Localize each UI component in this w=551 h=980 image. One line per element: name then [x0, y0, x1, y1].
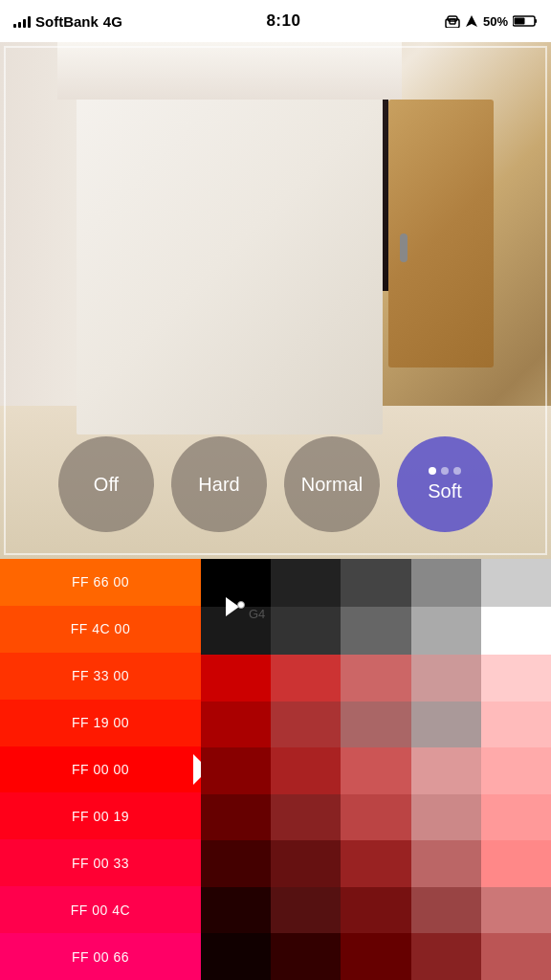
main-grid-cell-5-4[interactable]	[481, 887, 551, 934]
color-list-item-2[interactable]: FF 33 00	[0, 653, 201, 700]
color-grid-main	[201, 655, 551, 980]
main-grid-cell-0-3[interactable]	[411, 655, 481, 702]
blur-hard-button[interactable]: Hard	[171, 436, 267, 532]
main-grid-cell-6-1[interactable]	[271, 933, 341, 980]
blur-off-label: Off	[94, 474, 119, 496]
main-grid-cell-1-0[interactable]	[201, 702, 271, 748]
main-grid-cell-6-2[interactable]	[341, 933, 410, 980]
carrier-label: SoftBank	[35, 13, 99, 30]
blur-soft-dots	[429, 467, 461, 475]
main-grid-cell-4-0[interactable]	[201, 840, 271, 887]
main-grid-cell-5-1[interactable]	[271, 887, 341, 934]
main-grid-cell-0-0[interactable]	[201, 655, 271, 702]
svg-marker-3	[466, 15, 477, 27]
time-label: 8:10	[266, 11, 300, 31]
color-list-item-5[interactable]: FF 00 19	[0, 792, 201, 839]
main-grid-cell-3-4[interactable]	[481, 794, 551, 841]
blur-normal-button[interactable]: Normal	[284, 436, 380, 532]
room-counter-top	[57, 42, 402, 100]
battery-icon	[513, 14, 538, 28]
main-grid-cell-4-1[interactable]	[271, 840, 341, 887]
main-grid-cell-4-4[interactable]	[481, 840, 551, 887]
main-grid-cell-6-3[interactable]	[411, 933, 481, 980]
carrier-info: SoftBank 4G	[13, 13, 122, 30]
main-grid-cell-1-1[interactable]	[271, 702, 341, 748]
main-grid-cell-5-2[interactable]	[341, 887, 410, 934]
main-grid-cell-2-1[interactable]	[271, 747, 341, 794]
main-grid-cell-1-4[interactable]	[481, 702, 551, 748]
top-grid-cell-6[interactable]	[271, 607, 341, 655]
color-list-item-1[interactable]: FF 4C 00	[0, 606, 201, 653]
main-grid-cell-2-4[interactable]	[481, 747, 551, 794]
main-grid-cell-5-3[interactable]	[411, 887, 481, 934]
blur-buttons-container: Off Hard Normal Soft	[0, 436, 551, 532]
main-grid-cell-0-4[interactable]	[481, 655, 551, 702]
color-list-item-0[interactable]: FF 66 00	[0, 559, 201, 606]
battery-label: 50%	[483, 14, 508, 29]
main-grid-cell-2-3[interactable]	[411, 747, 481, 794]
blur-hard-label: Hard	[198, 474, 239, 496]
color-list: FF 66 00FF 4C 00FF 33 00FF 19 00FF 00 00…	[0, 559, 201, 980]
main-grid-cell-2-0[interactable]	[201, 747, 271, 794]
top-grid-cell-9[interactable]	[481, 607, 551, 655]
main-grid-cell-6-0[interactable]	[201, 933, 271, 980]
signal-icon	[13, 14, 31, 28]
svg-rect-5	[535, 19, 537, 23]
blur-soft-button[interactable]: Soft	[397, 436, 493, 532]
color-list-item-8[interactable]: FF 00 66	[0, 933, 201, 980]
door-handle	[400, 234, 408, 262]
blur-off-button[interactable]: Off	[58, 436, 154, 532]
blur-normal-label: Normal	[301, 474, 363, 496]
main-grid-cell-3-2[interactable]	[341, 794, 410, 841]
main-grid-cell-3-3[interactable]	[411, 794, 481, 841]
main-grid-cell-1-3[interactable]	[411, 702, 481, 748]
main-grid-cell-4-3[interactable]	[411, 840, 481, 887]
room-door	[388, 100, 494, 368]
main-grid-cell-4-2[interactable]	[341, 840, 410, 887]
main-grid-cell-0-2[interactable]	[341, 655, 410, 702]
battery-area: 50%	[445, 14, 538, 29]
blur-soft-label: Soft	[428, 480, 462, 502]
main-grid-cell-0-1[interactable]	[271, 655, 341, 702]
top-grid-cell-3[interactable]	[411, 559, 481, 607]
main-grid-cell-5-0[interactable]	[201, 887, 271, 934]
camera-preview-area: Off Hard Normal Soft	[0, 42, 551, 559]
room-counter	[77, 71, 383, 434]
top-grid-cell-8[interactable]	[411, 607, 481, 655]
main-grid-cell-3-1[interactable]	[271, 794, 341, 841]
main-grid-cell-2-2[interactable]	[341, 747, 410, 794]
status-bar: SoftBank 4G 8:10 50%	[0, 0, 551, 42]
color-list-item-7[interactable]: FF 00 4C	[0, 886, 201, 933]
lock-icon	[445, 14, 460, 28]
color-list-item-4[interactable]: FF 00 00	[0, 746, 201, 793]
color-list-item-6[interactable]: FF 00 33	[0, 839, 201, 886]
svg-rect-6	[514, 18, 524, 25]
location-icon	[465, 14, 478, 28]
top-grid-cell-1[interactable]	[271, 559, 341, 607]
color-grid-container: G4	[201, 559, 551, 980]
color-list-item-3[interactable]: FF 19 00	[0, 700, 201, 746]
top-grid-cell-7[interactable]	[341, 607, 410, 655]
g4-label: G4	[249, 607, 265, 621]
top-grid-cell-2[interactable]	[341, 559, 410, 607]
main-grid-cell-1-2[interactable]	[341, 702, 410, 748]
g4-dot	[237, 601, 245, 609]
network-label: 4G	[103, 13, 122, 30]
main-grid-cell-6-4[interactable]	[481, 933, 551, 980]
top-grid-cell-4[interactable]	[481, 559, 551, 607]
color-picker-area: FF 66 00FF 4C 00FF 33 00FF 19 00FF 00 00…	[0, 559, 551, 980]
main-grid-cell-3-0[interactable]	[201, 794, 271, 841]
